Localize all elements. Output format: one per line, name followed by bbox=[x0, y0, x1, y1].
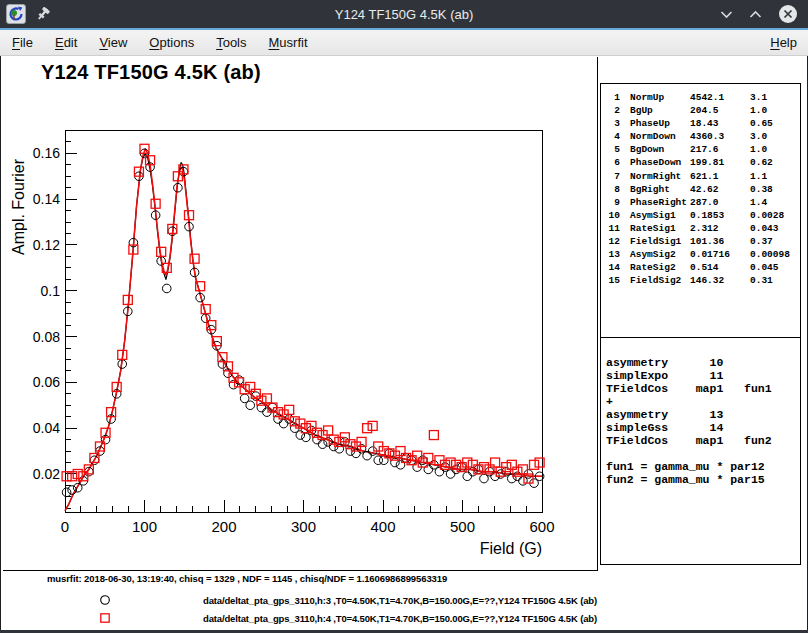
fit-param-name: PhaseDown bbox=[630, 156, 690, 169]
fit-param-name: RateSig2 bbox=[630, 261, 690, 274]
titlebar: Y124 TF150G 4.5K (ab) bbox=[0, 0, 808, 28]
menu-item-help[interactable]: Help bbox=[758, 35, 808, 50]
menu-item-options[interactable]: Options bbox=[138, 35, 205, 50]
fit-param-row: 11RateSig12.3120.043 bbox=[601, 222, 800, 235]
data-point-square bbox=[363, 424, 372, 433]
fit-param-val: 217.6 bbox=[690, 143, 750, 156]
fit-param-row: 3PhaseUp18.430.65 bbox=[601, 117, 800, 130]
menu-item-view[interactable]: View bbox=[88, 35, 138, 50]
legend-row: data/deltat_pta_gps_3110,h:4 ,T0=4.50K,T… bbox=[99, 610, 597, 626]
fit-param-err: 0.045 bbox=[750, 261, 800, 274]
fit-param-val: 2.312 bbox=[690, 222, 750, 235]
y-tick-label: 0.06 bbox=[33, 374, 60, 390]
fit-param-err: 0.62 bbox=[750, 156, 800, 169]
pad-divider-vertical bbox=[597, 57, 598, 571]
fit-param-row: 4NormDown4360.33.0 bbox=[601, 130, 800, 143]
fit-param-num: 13 bbox=[608, 248, 620, 261]
fit-param-row: 10AsymSig10.18530.0028 bbox=[601, 209, 800, 222]
x-tick-label: 300 bbox=[291, 518, 316, 535]
plot-frame bbox=[65, 130, 542, 512]
chart-plot-area[interactable]: 01002003004005006000.020.040.060.080.10.… bbox=[4, 59, 595, 570]
fit-param-err: 0.00098 bbox=[750, 248, 800, 261]
fit-param-err: 3.1 bbox=[750, 91, 800, 104]
pin-icon[interactable] bbox=[36, 7, 50, 21]
root-canvas[interactable]: Y124 TF150G 4.5K (ab) 010020030040050060… bbox=[1, 56, 807, 630]
menu-item-tools[interactable]: Tools bbox=[205, 35, 257, 50]
menu-item-musrfit[interactable]: Musrfit bbox=[258, 35, 319, 50]
fit-param-err: 0.31 bbox=[750, 274, 800, 287]
fit-param-err: 1.4 bbox=[750, 196, 800, 209]
fit-param-err: 0.0028 bbox=[750, 209, 800, 222]
fit-param-val: 199.81 bbox=[690, 156, 750, 169]
fit-param-err: 1.1 bbox=[750, 170, 800, 183]
data-point-square bbox=[190, 254, 199, 263]
fit-param-val: 18.43 bbox=[690, 117, 750, 130]
fit-param-num: 15 bbox=[608, 274, 620, 287]
data-point-square bbox=[491, 458, 500, 467]
fit-param-num: 14 bbox=[608, 261, 620, 274]
legend-row: data/deltat_pta_gps_3110,h:3 ,T0=4.50K,T… bbox=[99, 592, 597, 608]
data-point-square bbox=[479, 463, 488, 472]
maximize-button[interactable] bbox=[749, 10, 762, 19]
data-point-circle bbox=[162, 284, 171, 293]
y-axis-label: Ampl. Fourier bbox=[10, 158, 27, 255]
fit-param-err: 1.0 bbox=[750, 104, 800, 117]
data-point-circle bbox=[446, 470, 455, 479]
fit-param-num: 2 bbox=[608, 104, 620, 117]
fit-param-name: BgRight bbox=[630, 183, 690, 196]
data-point-circle bbox=[363, 451, 372, 460]
fit-param-err: 0.37 bbox=[750, 235, 800, 248]
theory-text: asymmetry 10 simplExpo 11 TFieldCos map1… bbox=[606, 356, 800, 486]
x-axis-label: Field (G) bbox=[480, 540, 542, 557]
fit-param-num: 4 bbox=[608, 130, 620, 143]
x-tick-label: 600 bbox=[529, 518, 554, 535]
y-tick-label: 0.08 bbox=[33, 329, 60, 345]
data-point-circle bbox=[279, 419, 288, 428]
square-marker-icon bbox=[99, 612, 111, 624]
legend-label: data/deltat_pta_gps_3110,h:3 ,T0=4.50K,T… bbox=[203, 595, 597, 606]
data-point-square bbox=[68, 472, 77, 481]
fit-param-num: 3 bbox=[608, 117, 620, 130]
fit-param-row: 12FieldSig1101.360.37 bbox=[601, 235, 800, 248]
fit-param-name: NormRight bbox=[630, 170, 690, 183]
fit-param-row: 13AsymSig20.017160.00098 bbox=[601, 248, 800, 261]
fit-param-name: NormDown bbox=[630, 130, 690, 143]
data-point-circle bbox=[318, 440, 327, 449]
fit-param-name: AsymSig1 bbox=[630, 209, 690, 222]
menu-item-file[interactable]: File bbox=[0, 35, 44, 50]
fit-param-num: 10 bbox=[608, 209, 620, 222]
fit-param-num: 11 bbox=[608, 222, 620, 235]
fit-param-row: 5BgDown217.61.0 bbox=[601, 143, 800, 156]
legend-label: data/deltat_pta_gps_3110,h:4 ,T0=4.50K,T… bbox=[203, 613, 597, 624]
fit-param-val: 0.514 bbox=[690, 261, 750, 274]
fit-param-name: BgDown bbox=[630, 143, 690, 156]
minimize-button[interactable] bbox=[720, 10, 733, 19]
fit-param-row: 1NormUp4542.13.1 bbox=[601, 91, 800, 104]
fit-param-row: 15FieldSig2146.320.31 bbox=[601, 274, 800, 287]
fit-param-num: 9 bbox=[608, 196, 620, 209]
menu-item-edit[interactable]: Edit bbox=[44, 35, 88, 50]
fit-param-name: AsymSig2 bbox=[630, 248, 690, 261]
fit-param-row: 6PhaseDown199.810.62 bbox=[601, 156, 800, 169]
fit-param-val: 621.1 bbox=[690, 170, 750, 183]
fit-param-name: BgUp bbox=[630, 104, 690, 117]
pad-divider-horizontal bbox=[3, 570, 598, 571]
y-tick-label: 0.04 bbox=[33, 420, 60, 436]
fit-param-val: 4360.3 bbox=[690, 130, 750, 143]
fit-param-row: 2BgUp204.51.0 bbox=[601, 104, 800, 117]
fit-param-name: RateSig1 bbox=[630, 222, 690, 235]
application-window: Y124 TF150G 4.5K (ab) FileEditViewOption… bbox=[0, 0, 808, 633]
x-tick-label: 200 bbox=[211, 518, 236, 535]
fit-param-num: 8 bbox=[608, 183, 620, 196]
fit-param-row: 7NormRight621.11.1 bbox=[601, 170, 800, 183]
data-point-square bbox=[530, 460, 539, 469]
fit-param-err: 0.38 bbox=[750, 183, 800, 196]
close-button[interactable] bbox=[778, 4, 798, 24]
fit-param-err: 1.0 bbox=[750, 143, 800, 156]
fit-param-val: 4542.1 bbox=[690, 91, 750, 104]
fit-param-val: 287.0 bbox=[690, 196, 750, 209]
data-point-circle bbox=[62, 488, 71, 497]
data-point-square bbox=[368, 421, 377, 430]
x-tick-label: 100 bbox=[132, 518, 157, 535]
fit-param-row: 9PhaseRight287.01.4 bbox=[601, 196, 800, 209]
